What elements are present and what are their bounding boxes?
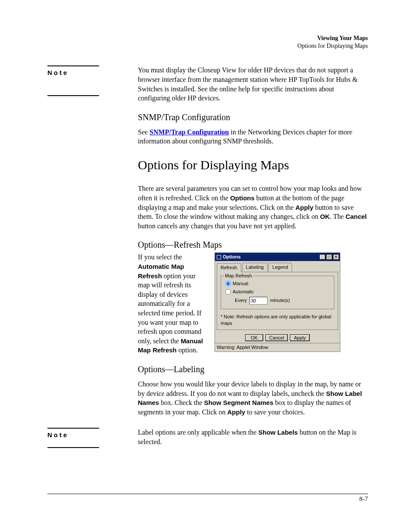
note-body: You must display the Closeup View for ol…	[138, 65, 368, 422]
intro-b4: Cancel	[346, 213, 367, 220]
ok-button[interactable]: OK	[245, 334, 263, 341]
note2-label: Note	[47, 428, 99, 448]
intro-b3: OK	[320, 213, 330, 220]
labeling-paragraph: Choose how you would like your device la…	[138, 380, 368, 417]
refresh-t2: option your map will refresh its display…	[138, 272, 202, 345]
labeling-t2: box. Check the	[159, 399, 204, 406]
every-row: Every minute(s)	[235, 297, 330, 305]
dialog-tabpanel: Map Refresh Manual Automatic Every	[217, 272, 338, 330]
radio-manual-row[interactable]: Manual	[225, 280, 330, 287]
radio-manual[interactable]	[225, 281, 231, 286]
dialog-titlebar[interactable]: Options _ □ ×	[215, 253, 340, 261]
group-legend: Map Refresh	[224, 273, 253, 279]
labeling-heading: Options—Labeling	[138, 364, 368, 375]
note2-paragraph: Label options are only applicable when t…	[138, 428, 368, 446]
refresh-text: If you select the Automatic Map Refresh …	[138, 252, 207, 355]
apply-button[interactable]: Apply	[290, 334, 310, 341]
every-unit: minute(s)	[270, 297, 290, 304]
dialog-buttons: OK Cancel Apply	[215, 332, 340, 343]
every-input[interactable]	[249, 297, 268, 305]
radio-manual-label: Manual	[233, 280, 248, 287]
page-number: 8-7	[359, 495, 368, 503]
options-dialog: Options _ □ × Refresh Labeling Legend Ma…	[215, 252, 340, 352]
maximize-button[interactable]: □	[326, 254, 332, 260]
radio-auto-label: Automatic	[233, 289, 254, 295]
snmp-paragraph: See SNMP/Trap Configuration in the Netwo…	[138, 128, 368, 146]
refresh-row: If you select the Automatic Map Refresh …	[138, 252, 368, 355]
note2-side: Note	[47, 428, 138, 448]
header-title: Viewing Your Maps	[47, 34, 368, 42]
intro-b2: Apply	[296, 204, 314, 211]
app-icon	[217, 255, 221, 259]
dialog-footnote: * Note: Refresh options are only applica…	[221, 314, 334, 327]
cancel-button[interactable]: Cancel	[265, 334, 288, 341]
note-side: Note	[47, 65, 138, 96]
labeling-t4: to save your choices.	[245, 408, 305, 416]
note2-t1: Label options are only applicable when t…	[138, 429, 258, 436]
refresh-t1: If you select the	[138, 253, 182, 261]
intro-paragraph: There are several parameters you can set…	[138, 184, 368, 230]
map-refresh-group: Map Refresh Manual Automatic Every	[221, 276, 334, 309]
note-label: Note	[47, 65, 99, 96]
dialog-tabs: Refresh Labeling Legend	[215, 261, 340, 272]
dialog-status: Warning: Applet Window	[215, 343, 340, 352]
running-header: Viewing Your Maps Options for Displaying…	[47, 34, 368, 50]
note1-text: You must display the Closeup View for ol…	[138, 65, 368, 103]
snmp-prefix: See	[138, 128, 149, 136]
header-subtitle: Options for Displaying Maps	[47, 42, 368, 50]
note2-body: Label options are only applicable when t…	[138, 428, 368, 451]
page-footer-rule	[47, 494, 368, 494]
intro-t5: button cancels any changes that you have…	[138, 222, 296, 230]
radio-automatic[interactable]	[225, 289, 231, 295]
refresh-t3: option.	[177, 346, 198, 354]
tab-legend[interactable]: Legend	[268, 263, 292, 272]
intro-b1: Options	[230, 194, 255, 202]
tab-refresh[interactable]: Refresh	[217, 263, 241, 272]
snmp-heading: SNMP/Trap Configuration	[138, 112, 368, 123]
labeling-b2: Show Segment Names	[204, 399, 274, 406]
intro-t4: . The	[330, 213, 346, 220]
every-label: Every	[235, 297, 247, 304]
close-button[interactable]: ×	[333, 254, 339, 260]
tab-labeling[interactable]: Labeling	[242, 263, 268, 272]
radio-auto-row[interactable]: Automatic	[225, 289, 330, 295]
note-block-2: Note Label options are only applicable w…	[47, 428, 368, 451]
section-title: Options for Displaying Maps	[138, 156, 368, 174]
snmp-link[interactable]: SNMP/Trap Configuration	[149, 128, 229, 136]
dialog-title: Options	[223, 254, 318, 260]
labeling-b3: Apply	[227, 408, 246, 416]
document-page: Viewing Your Maps Options for Displaying…	[0, 0, 411, 532]
refresh-heading: Options—Refresh Maps	[138, 239, 368, 251]
note-block-1: Note You must display the Closeup View f…	[47, 65, 368, 422]
minimize-button[interactable]: _	[319, 254, 325, 260]
note2-b1: Show Labels	[258, 429, 298, 436]
